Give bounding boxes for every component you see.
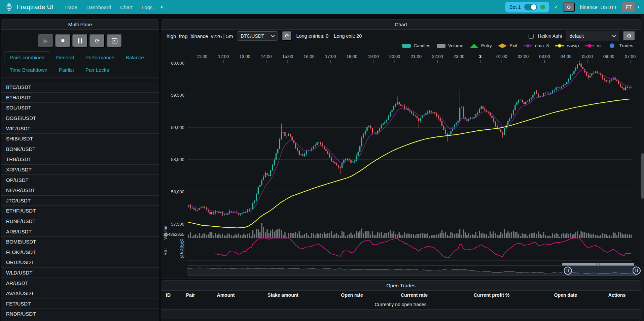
pair-list-item[interactable]: OP/USDT [1,175,159,185]
volume-bar [373,235,374,238]
candlestick-chart[interactable]: 60,00059,50059,00058,50058,00057,50011:0… [161,51,641,279]
pair-select[interactable]: BTC/USDT [237,31,278,41]
candle-body [415,116,416,117]
candle-body [482,106,484,109]
tab-general[interactable]: General [50,52,79,63]
legend-item-ema_8[interactable]: ema_8 [523,43,549,48]
legend-item-trades[interactable]: Trades [607,43,633,48]
nav-link-logs[interactable]: Logs [142,4,153,10]
pair-list-item[interactable]: BTC/USDT [1,82,159,93]
stop-button[interactable]: ■ [55,34,71,47]
heikin-ashi-checkbox[interactable] [529,34,534,39]
reload-bot-button[interactable]: ⟳ [563,2,575,12]
plot-settings-button[interactable]: ⚙ [623,31,635,41]
pair-list-item[interactable]: ORDI/USDT [1,257,159,268]
cancel-chart-button[interactable]: × [107,34,122,47]
refresh-chart-button[interactable]: ⟳ [282,31,292,41]
scrollbar-thumb[interactable] [641,153,644,199]
pair-list-item[interactable]: AVAX/USDT [1,288,159,299]
pause-button[interactable] [72,34,88,47]
volume-bar [536,234,537,238]
candle-body [349,159,350,160]
tab-balance[interactable]: Balance [120,52,150,63]
tab-pairlist[interactable]: Pairlist [53,64,80,76]
pair-list-item[interactable]: ETH/USDT [1,93,159,103]
pair-list-item[interactable]: BONK/USDT [1,144,159,155]
bot-selector-pill[interactable]: Bot 1 [505,2,549,12]
legend-item-rvwap[interactable]: rvwap [555,43,579,48]
play-button[interactable]: ▶ [38,34,53,47]
pair-list-item[interactable]: XRP/USDT [1,165,159,175]
pair-list-item[interactable]: FLOKI/USDT [1,247,159,258]
refresh-icon: ⟳ [95,37,100,44]
volume-bar [300,235,301,238]
candle-body [552,90,553,93]
col-header-actions[interactable]: Actions [593,291,641,300]
legend-item-rsi[interactable]: rsi [585,43,601,48]
volume-bar [211,232,212,238]
volume-bar [620,232,621,238]
candle-body [361,138,362,146]
theme-toggle-icon[interactable]: ◐ [160,4,164,10]
pair-list-item[interactable]: ARB/USDT [1,226,159,237]
pair-list-item[interactable]: DOT/USDT [1,319,159,321]
col-header-id[interactable]: ID [161,291,175,300]
chart-toolbar-right: Heikin Ashi default ⚙ [529,31,635,41]
nav-link-chart[interactable]: Chart [120,4,133,10]
user-menu-button[interactable]: FT ▾ [622,2,639,12]
legend-item-entry[interactable]: Entry [469,43,492,48]
candle-body [313,146,314,149]
legend-item-volume[interactable]: Volume [436,43,463,48]
tab-time-breakdown[interactable]: Time Breakdown [4,64,53,76]
col-header-open-date[interactable]: Open date [539,291,593,300]
pair-list-item[interactable]: JTO/USDT [1,196,159,206]
candle-body [586,72,587,75]
volume-bar [422,233,423,238]
pair-list-item[interactable]: TRB/USDT [1,154,159,165]
pair-list-item[interactable]: ETHFI/USDT [1,206,159,216]
col-header-current-profit--[interactable]: Current profit % [444,291,539,300]
pair-list-item[interactable]: RNDR/USDT [1,309,159,319]
pair-list-item[interactable]: SHIB/USDT [1,134,159,144]
volume-bar [204,233,205,238]
volume-bar [279,229,280,238]
pair-list-item[interactable]: BOME/USDT [1,237,159,247]
candle-body [197,210,198,210]
pair-list-item[interactable]: SOL/USDT [1,103,159,113]
volume-bar [384,233,385,238]
bot-toggle-switch[interactable] [524,4,537,10]
pair-list-item[interactable]: AR/USDT [1,278,159,288]
col-header-pair[interactable]: Pair [175,291,206,300]
pair-list-item[interactable]: FET/USDT [1,298,159,309]
navigator-right-handle[interactable] [633,267,640,275]
pair-list-item[interactable]: RUNE/USDT [1,216,159,227]
pair-list-item[interactable]: WIF/USDT [1,123,159,134]
volume-bar [579,235,580,238]
nav-link-dashboard[interactable]: Dashboard [86,4,111,10]
candle-body [399,102,400,104]
candle-body [320,142,321,145]
rsi-line [215,238,631,258]
volume-bar [266,229,267,238]
legend-item-candles[interactable]: Candles [402,43,430,48]
navigator-left-handle[interactable] [564,267,572,275]
page-scrollbar[interactable] [641,14,644,321]
col-header-open-rate[interactable]: Open rate [320,291,384,300]
volume-bar [334,234,335,238]
col-header-stake-amount[interactable]: Stake amount [246,291,320,300]
pair-list-item[interactable]: DOGE/USDT [1,113,159,124]
legend-item-exit[interactable]: Exit [498,43,517,48]
tab-pair-locks[interactable]: Pair Locks [80,64,115,76]
plot-config-select[interactable]: default [566,31,619,41]
volume-bar [215,233,216,238]
nav-link-trade[interactable]: Trade [64,4,77,10]
pair-list-item[interactable]: WLD/USDT [1,268,159,278]
pair-list-item[interactable]: NEAR/USDT [1,185,159,196]
volume-bar [232,236,234,238]
candle-body [475,114,476,117]
col-header-amount[interactable]: Amount [206,291,246,300]
tab-pairs-combined[interactable]: Pairs combined [4,52,50,63]
col-header-current-rate[interactable]: Current rate [384,291,444,300]
tab-performance[interactable]: Performance [80,52,120,63]
refresh-button[interactable]: ⟳ [90,34,105,47]
